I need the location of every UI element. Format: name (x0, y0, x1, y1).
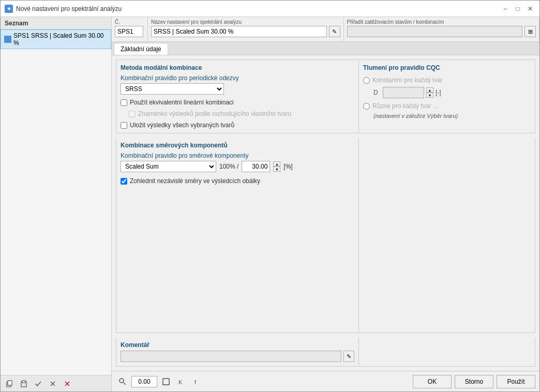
minimize-button[interactable]: – (500, 4, 511, 14)
maximize-button[interactable]: □ (513, 4, 523, 14)
cqc-section: Tlumení pro pravidlo CQC Konstantní pro … (359, 60, 535, 133)
directional-controls: Scaled Sum SRSS 100%/30% 100%/40% 100% /… (121, 161, 354, 172)
main-window: ★ Nové nastavení pro spektrální analýzu … (0, 0, 540, 392)
tab-basic-data[interactable]: Základní údaje (114, 43, 168, 55)
reject-button[interactable] (46, 377, 59, 390)
title-bar: ★ Nové nastavení pro spektrální analýzu … (1, 1, 539, 17)
ok-button[interactable]: OK (413, 375, 452, 388)
header-number-cell: Č. (112, 17, 148, 41)
bottom-right-buttons: OK Storno Použít (413, 375, 535, 388)
node-tool-button[interactable]: K (175, 375, 188, 388)
percent2-spinner: ▲ ▼ (273, 161, 280, 172)
confirm-button[interactable] (32, 377, 45, 390)
various-radio-row: Různé pro každý tvar ... (363, 102, 531, 110)
svg-point-8 (119, 379, 124, 383)
percent1-value: 100% / (219, 163, 238, 170)
sign-row: Znaménko výsledků podle rozhodujícího vl… (129, 110, 354, 117)
select-icon (162, 378, 170, 386)
header-assign-cell: Přiřadit zatěžovacím stavům / kombinacím… (344, 17, 540, 41)
percent2-input[interactable] (242, 161, 270, 172)
comment-title: Komentář (121, 341, 354, 349)
combo-rule-label: Kombinační pravidlo pro periodické odezv… (121, 74, 354, 82)
svg-text:K: K (178, 379, 183, 385)
comment-left: Komentář ✎ (116, 337, 359, 366)
assign-label: Přiřadit zatěžovacím stavům / kombinacím (347, 19, 536, 25)
directional-right-empty (359, 138, 535, 333)
zoom-value-input[interactable] (131, 376, 157, 387)
independent-label: Zohlednit nezávislé směry ve výsledcích … (130, 177, 260, 185)
comment-right-empty (359, 337, 535, 366)
top-section: Metoda modální kombinace Kombinační prav… (116, 59, 535, 133)
percent2-up-button[interactable]: ▲ (273, 161, 280, 167)
d-up-button[interactable]: ▲ (426, 87, 433, 93)
d-field-row: D ▲ ▼ [-] (373, 87, 531, 98)
tab-strip: Základní údaje (112, 42, 539, 55)
copy-button[interactable] (3, 377, 16, 390)
window-controls: – □ ✕ (500, 4, 535, 14)
percent-unit: [%] (283, 163, 292, 170)
d-down-button[interactable]: ▼ (426, 93, 433, 98)
app-icon: ★ (5, 5, 13, 13)
func-tool-button[interactable]: f (190, 375, 204, 388)
title-bar-left: ★ Nové nastavení pro spektrální analýzu (5, 5, 122, 13)
header-name-cell: Název nastavení pro spektrální analýzu ✎ (148, 17, 344, 41)
comment-controls: ✎ (121, 351, 354, 362)
assign-edit-button[interactable]: ⊞ (524, 26, 536, 37)
apply-button[interactable]: Použít (497, 375, 535, 388)
d-label: D (373, 89, 381, 96)
select-tool-button[interactable] (159, 375, 173, 388)
save-results-row: Uložit výsledky všech vybraných tvarů (121, 122, 354, 129)
window-title: Nové nastavení pro spektrální analýzu (16, 5, 122, 12)
various-radio[interactable] (363, 103, 370, 110)
comment-input[interactable] (121, 351, 341, 362)
content-area: Metoda modální kombinace Kombinační prav… (112, 55, 539, 371)
save-results-checkbox[interactable] (121, 122, 127, 129)
search-icon (118, 378, 127, 386)
modal-combination-section: Metoda modální kombinace Kombinační prav… (116, 60, 359, 133)
number-input[interactable] (115, 26, 143, 37)
sidebar-item-label: SPS1 SRSS | Scaled Sum 30.00 % (13, 32, 108, 47)
independent-checkbox[interactable] (121, 178, 127, 185)
use-equivalent-label: Použít ekvivalentní lineární kombinaci (130, 99, 234, 106)
constant-radio[interactable] (363, 77, 370, 84)
assign-input[interactable] (347, 26, 523, 37)
name-input[interactable] (151, 26, 327, 37)
copy-icon (6, 380, 13, 387)
delete-icon (64, 380, 71, 387)
x-icon (49, 380, 56, 387)
name-edit-button[interactable]: ✎ (329, 26, 340, 37)
sidebar-list: SPS1 SRSS | Scaled Sum 30.00 % (1, 29, 111, 375)
sidebar: Seznam SPS1 SRSS | Scaled Sum 30.00 % (1, 17, 112, 391)
assign-content: ⊞ (347, 26, 536, 37)
paste-icon (20, 380, 27, 387)
combo-rule-select[interactable]: SRSS CQC 10% (121, 83, 224, 95)
right-panel: Č. Název nastavení pro spektrální analýz… (112, 17, 539, 391)
close-button[interactable]: ✕ (525, 4, 535, 14)
directional-combo-select[interactable]: Scaled Sum SRSS 100%/30% 100%/40% (121, 161, 216, 172)
use-equivalent-row: Použít ekvivalentní lineární kombinaci (121, 99, 354, 106)
paste-button[interactable] (17, 377, 31, 390)
delete-button[interactable] (61, 377, 74, 390)
save-results-label: Uložit výsledky všech vybraných tvarů (130, 122, 234, 129)
constant-radio-row: Konstantní pro každý tvar (363, 77, 531, 84)
sidebar-item[interactable]: SPS1 SRSS | Scaled Sum 30.00 % (1, 29, 111, 49)
comment-edit-button[interactable]: ✎ (343, 351, 354, 362)
check-icon (35, 380, 42, 387)
sidebar-header: Seznam (1, 17, 111, 29)
svg-line-9 (124, 382, 126, 385)
svg-text:f: f (194, 379, 197, 385)
sidebar-toolbar (1, 375, 111, 391)
svg-rect-10 (163, 379, 169, 385)
percent2-down-button[interactable]: ▼ (273, 167, 280, 172)
zoom-button[interactable] (116, 375, 129, 388)
comment-section: Komentář ✎ (116, 337, 535, 367)
d-input[interactable] (383, 87, 424, 98)
cancel-button[interactable]: Storno (455, 375, 493, 388)
directional-section: Kombinace směrových komponentů Kombinačn… (116, 138, 359, 333)
header-row: Č. Název nastavení pro spektrální analýz… (112, 17, 539, 42)
use-equivalent-checkbox[interactable] (121, 99, 127, 106)
name-label: Název nastavení pro spektrální analýzu (151, 19, 340, 25)
sign-checkbox[interactable] (129, 111, 136, 117)
various-note: (nastavení v záložce Výběr tvaru) (373, 113, 531, 119)
bottom-left-tools: K f (116, 375, 204, 388)
